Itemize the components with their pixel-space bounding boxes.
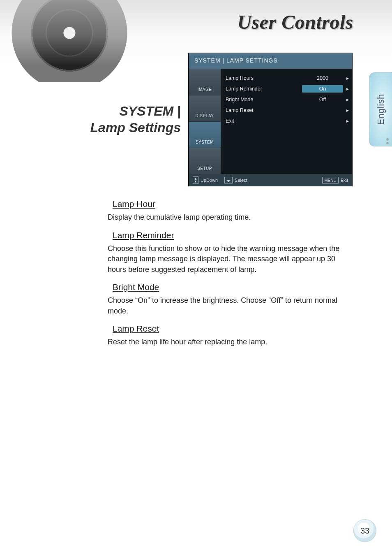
chevron-right-icon: ▸ <box>343 97 349 102</box>
chevron-right-icon: ▸ <box>343 107 349 113</box>
section-heading-line1: SYSTEM | <box>25 103 181 119</box>
osd-footer-exit-label: Exit <box>341 178 348 183</box>
osd-row-lamp-reminder[interactable]: Lamp Reminder On ▸ <box>226 84 349 94</box>
osd-tab-setup[interactable]: SETUP <box>189 148 221 174</box>
osd-panel: SYSTEM | LAMP SETTINGS IMAGE DISPLAY SYS… <box>188 53 353 186</box>
osd-row-label: Exit <box>226 118 302 124</box>
heading-bright-mode: Bright Mode <box>113 282 353 292</box>
osd-tab-system[interactable]: SYSTEM <box>189 121 221 148</box>
updown-icon: ▲▼ <box>193 176 198 184</box>
content-body: Lamp Hour Display the cumulative lamp op… <box>108 199 353 348</box>
osd-row-bright-mode[interactable]: Bright Mode Off ▸ <box>226 94 349 105</box>
heading-lamp-hour: Lamp Hour <box>113 199 353 209</box>
heading-lamp-reset: Lamp Reset <box>113 324 353 334</box>
chevron-right-icon: ▸ <box>343 75 349 81</box>
osd-list: Lamp Hours 2000 ▸ Lamp Reminder On ▸ Bri… <box>221 69 352 174</box>
osd-footer-select-label: Select <box>235 178 247 183</box>
language-tab: English <box>369 72 392 146</box>
body-bright-mode: Choose “On” to increase the brightness. … <box>108 295 353 316</box>
osd-row-value: 2000 <box>302 75 343 81</box>
osd-title: SYSTEM | LAMP SETTINGS <box>189 53 352 69</box>
osd-footer-updown-label: UpDown <box>201 178 218 183</box>
osd-tabs: IMAGE DISPLAY SYSTEM SETUP <box>189 69 221 174</box>
heading-lamp-reminder: Lamp Reminder <box>113 230 353 240</box>
chevron-right-icon: ▸ <box>343 86 349 92</box>
osd-row-label: Lamp Reset <box>226 107 302 113</box>
osd-row-value: On <box>302 85 343 93</box>
osd-footer-exit: MENU Exit <box>322 177 348 183</box>
chapter-title: User Controls <box>0 11 353 33</box>
body-lamp-hour: Display the cumulative lamp operating ti… <box>108 212 353 223</box>
body-lamp-reset: Reset the lamp life hour after replacing… <box>108 337 353 348</box>
osd-tab-image[interactable]: IMAGE <box>189 69 221 95</box>
decorative-dots <box>386 138 389 146</box>
section-heading-line2: Lamp Settings <box>25 119 181 136</box>
osd-row-lamp-reset[interactable]: Lamp Reset ▸ <box>226 105 349 116</box>
osd-row-label: Lamp Reminder <box>226 86 302 92</box>
menu-key-icon: MENU <box>322 177 338 183</box>
osd-footer: ▲▼ UpDown ◂▸ Select MENU Exit <box>189 174 352 186</box>
osd-row-label: Lamp Hours <box>226 75 302 81</box>
body-lamp-reminder: Choose this function to show or to hide … <box>108 244 353 275</box>
osd-footer-updown: ▲▼ UpDown <box>193 176 218 184</box>
osd-row-lamp-hours[interactable]: Lamp Hours 2000 ▸ <box>226 73 349 84</box>
page-number: 33 <box>360 526 369 536</box>
leftright-icon: ◂▸ <box>224 177 233 183</box>
language-label: English <box>376 94 386 125</box>
osd-row-label: Bright Mode <box>226 97 302 102</box>
page-number-badge: 33 <box>353 519 376 542</box>
osd-footer-select: ◂▸ Select <box>224 177 247 183</box>
osd-tab-display[interactable]: DISPLAY <box>189 95 221 121</box>
osd-body: IMAGE DISPLAY SYSTEM SETUP Lamp Hours 20… <box>189 69 352 174</box>
osd-row-value: Off <box>302 97 343 102</box>
osd-row-exit[interactable]: Exit ▸ <box>226 116 349 126</box>
chevron-right-icon: ▸ <box>343 118 349 124</box>
